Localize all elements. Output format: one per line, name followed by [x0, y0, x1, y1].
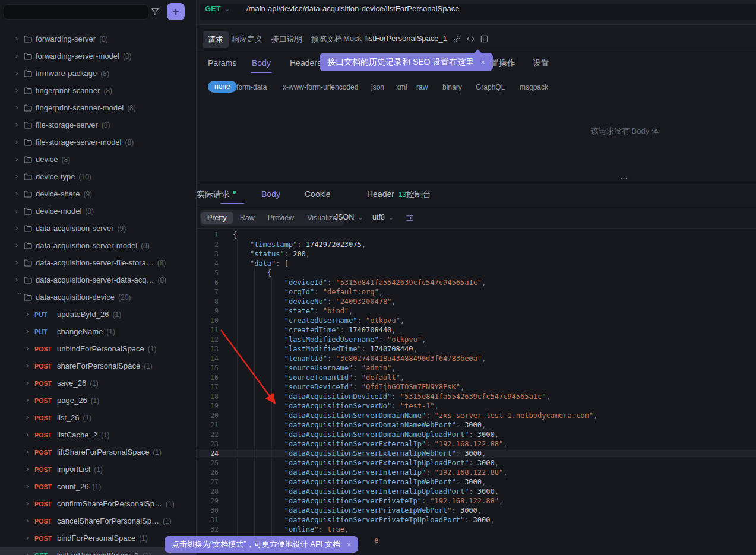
pane-splitter-handle[interactable]: ...: [612, 173, 636, 181]
tree-folder-row[interactable]: ›firmware-package(8): [0, 65, 196, 82]
body-type-GraphQL[interactable]: GraphQL: [476, 83, 505, 91]
chevron-right-icon[interactable]: ›: [26, 464, 34, 473]
chevron-right-icon[interactable]: ›: [15, 154, 24, 163]
tree-folder-row[interactable]: ›device-model(8): [0, 202, 196, 220]
chevron-right-icon[interactable]: ›: [15, 189, 24, 198]
chevron-right-icon[interactable]: ›: [26, 413, 34, 421]
chevron-right-icon[interactable]: ›: [15, 51, 24, 60]
tree-endpoint-row[interactable]: ›POSTlistCache_2(1): [0, 426, 196, 443]
chevron-right-icon[interactable]: ›: [26, 378, 34, 387]
tree-endpoint-row[interactable]: ›POSTsave_26(1): [0, 375, 196, 392]
request-tab-Headers[interactable]: Headers: [290, 58, 321, 68]
tree-endpoint-row[interactable]: ›POSTcount_26(1): [0, 478, 196, 495]
search-input[interactable]: [4, 4, 148, 20]
chevron-right-icon[interactable]: ›: [26, 533, 34, 542]
tree-folder-row[interactable]: ›file-storage-server-model(8): [0, 134, 196, 151]
view-mode-Preview[interactable]: Preview: [262, 212, 300, 224]
doc-history-button[interactable]: [479, 33, 489, 44]
body-type-form-data[interactable]: form-data: [236, 83, 267, 91]
tree-folder-row[interactable]: ›data-acquisition-device(20): [0, 288, 196, 306]
tree-endpoint-row[interactable]: ›POSTliftShareForPersonalSpace(1): [0, 443, 196, 461]
encoding-select[interactable]: utf8⌄: [372, 213, 394, 221]
body-type-msgpack[interactable]: msgpack: [520, 83, 548, 91]
chevron-right-icon[interactable]: ›: [26, 481, 34, 490]
body-type-xml[interactable]: xml: [396, 83, 407, 91]
method-select[interactable]: GET⌄: [205, 4, 230, 13]
share-link-button[interactable]: [451, 33, 462, 44]
chevron-right-icon[interactable]: ›: [15, 293, 24, 301]
chevron-right-icon[interactable]: ›: [26, 430, 34, 439]
tree-folder-row[interactable]: ›data-acquisition-server-model(9): [0, 237, 196, 254]
close-icon[interactable]: ×: [347, 540, 352, 549]
tree-folder-row[interactable]: ›device(8): [0, 151, 196, 168]
chevron-right-icon[interactable]: ›: [26, 309, 34, 318]
chevron-right-icon[interactable]: ›: [26, 326, 34, 335]
generate-code-button[interactable]: [465, 33, 476, 44]
tree-endpoint-row[interactable]: ›POSTpage_26(1): [0, 392, 196, 409]
url-text[interactable]: /main-api/device/data-acquisition-device…: [246, 4, 459, 13]
wrap-lines-button[interactable]: [404, 212, 416, 224]
doc-tab-响应定义[interactable]: 响应定义: [232, 34, 262, 45]
tree-endpoint-row[interactable]: ›POSTshareForPersonalSpace(1): [0, 357, 196, 375]
request-tab-Params[interactable]: Params: [208, 58, 236, 68]
chevron-right-icon[interactable]: ›: [26, 344, 34, 353]
tree-endpoint-row[interactable]: ›PUTupdateById_26(1): [0, 306, 196, 323]
body-type-x-www-form-urlencoded[interactable]: x-www-form-urlencoded: [283, 83, 358, 91]
body-type-json[interactable]: json: [371, 83, 384, 91]
response-tab-Header[interactable]: Header13: [367, 189, 406, 199]
view-mode-Raw[interactable]: Raw: [234, 212, 261, 224]
tree-endpoint-row[interactable]: ›PUTchangeName(1): [0, 323, 196, 340]
chevron-right-icon[interactable]: ›: [15, 34, 24, 43]
request-tab-设置[interactable]: 设置: [533, 58, 549, 69]
chevron-right-icon[interactable]: ›: [26, 516, 34, 525]
chevron-right-icon[interactable]: ›: [15, 68, 24, 77]
tree-folder-row[interactable]: ›forwarding-server-model(8): [0, 47, 196, 65]
chevron-right-icon[interactable]: ›: [26, 395, 34, 404]
tree-folder-row[interactable]: ›device-share(9): [0, 185, 196, 202]
body-type-binary[interactable]: binary: [442, 83, 462, 91]
chevron-right-icon[interactable]: ›: [15, 240, 24, 249]
add-button[interactable]: +: [167, 3, 185, 20]
format-select[interactable]: JSON⌄: [334, 213, 363, 221]
tree-folder-row[interactable]: ›device-type(10): [0, 168, 196, 185]
response-tab-控制台[interactable]: 控制台: [406, 189, 431, 200]
response-tab-Body[interactable]: Body: [261, 189, 280, 199]
response-tab-Cookie[interactable]: Cookie: [305, 189, 331, 199]
chevron-right-icon[interactable]: ›: [15, 206, 24, 215]
tree-folder-row[interactable]: ›data-acquisition-server-data-acq…(8): [0, 271, 196, 288]
request-tab-Body[interactable]: Body: [252, 58, 271, 68]
tree-folder-row[interactable]: ›forwarding-server(8): [0, 30, 196, 47]
doc-tab-预览文档[interactable]: 预览文档: [311, 34, 342, 45]
doc-tab-请求[interactable]: 请求: [203, 31, 229, 48]
tree-folder-row[interactable]: ›file-storage-server(8): [0, 116, 196, 134]
tree-endpoint-row[interactable]: ›POSTunbindForPersonalSpace(1): [0, 340, 196, 357]
chevron-right-icon[interactable]: ›: [15, 85, 24, 94]
doc-tab-Mock[interactable]: Mock: [343, 34, 362, 43]
close-icon[interactable]: ×: [480, 58, 485, 66]
chevron-right-icon[interactable]: ›: [15, 120, 24, 129]
chevron-right-icon[interactable]: ›: [15, 137, 24, 146]
tree-folder-row[interactable]: ›fingerprint-scanner(8): [0, 82, 196, 99]
tree-endpoint-row[interactable]: ›POSTcancelShareForPersonalSp…(1): [0, 512, 196, 529]
tree-endpoint-row[interactable]: ›POSTconfirmShareForPersonalSp…(1): [0, 495, 196, 512]
chevron-right-icon[interactable]: ›: [15, 223, 24, 232]
filter-button[interactable]: [148, 5, 162, 18]
tree-endpoint-row[interactable]: ›POSTimportList(1): [0, 461, 196, 478]
chevron-right-icon[interactable]: ›: [15, 172, 24, 180]
doc-tab-接口说明[interactable]: 接口说明: [271, 34, 302, 45]
chevron-right-icon[interactable]: ›: [15, 258, 24, 267]
response-tab-实际请求[interactable]: 实际请求: [197, 189, 236, 200]
body-type-none[interactable]: none: [208, 81, 237, 93]
chevron-right-icon[interactable]: ›: [26, 447, 34, 456]
body-type-raw[interactable]: raw: [416, 83, 428, 91]
chevron-right-icon[interactable]: ›: [26, 499, 34, 508]
chevron-right-icon[interactable]: ›: [26, 361, 34, 370]
tree-endpoint-row[interactable]: ›POSTlist_26(1): [0, 409, 196, 426]
tree-folder-row[interactable]: ›data-acquisition-server-file-stora…(8): [0, 254, 196, 271]
json-response-editor[interactable]: e 1{2 "timestamp": 1742972023075,3 "stat…: [197, 229, 756, 555]
chevron-right-icon[interactable]: ›: [15, 275, 24, 284]
view-mode-Pretty[interactable]: Pretty: [201, 212, 233, 224]
chevron-right-icon[interactable]: ›: [26, 550, 34, 555]
tree-folder-row[interactable]: ›data-acquisition-server(9): [0, 220, 196, 237]
chevron-right-icon[interactable]: ›: [15, 103, 24, 112]
